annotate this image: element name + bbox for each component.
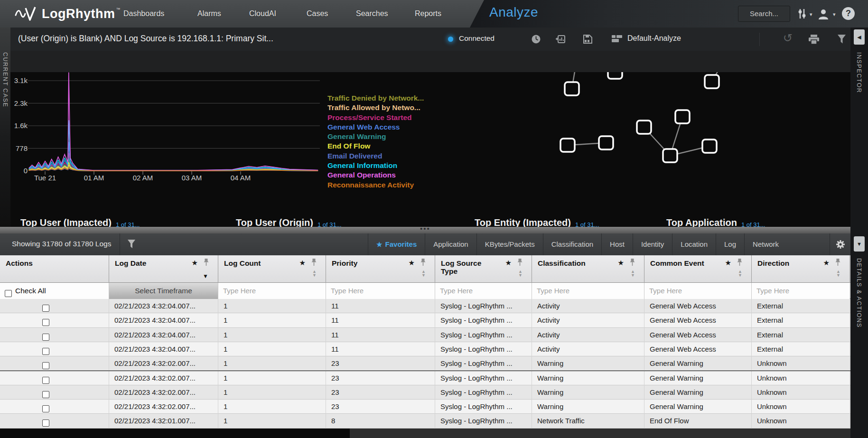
pin-column-icon[interactable] [629, 258, 635, 269]
preferences-caret-icon[interactable]: ▾ [810, 11, 812, 18]
help-icon[interactable]: ? [842, 7, 855, 20]
graph-node[interactable] [565, 82, 579, 95]
graph-node[interactable] [705, 75, 719, 88]
widget-count-link[interactable]: 1 of 31... [741, 221, 765, 227]
legend-item[interactable]: General Warning [327, 132, 424, 141]
add-widget-icon[interactable] [555, 34, 566, 46]
filter-placeholder[interactable]: Type Here [644, 283, 751, 298]
legend-item[interactable]: Process/Service Started [327, 113, 424, 122]
table-row[interactable]: 02/21/2023 4:32:02.007...123Syslog - Log… [0, 356, 850, 371]
nav-item-cases[interactable]: Cases [307, 0, 328, 28]
row-checkbox[interactable] [42, 334, 49, 341]
legend-item[interactable]: Traffic Denied by Network... [327, 93, 424, 103]
grid-tab-kbytes-packets[interactable]: KBytes/Packets [476, 233, 543, 255]
user-caret-icon[interactable]: ▾ [833, 11, 836, 18]
sort-toggle-icon[interactable]: ▲▼ [738, 270, 742, 277]
collapse-details-button[interactable]: ▼ [854, 236, 865, 252]
check-all-checkbox[interactable] [5, 290, 12, 297]
column-header-classification[interactable]: Classification★▲▼ [532, 255, 644, 283]
row-checkbox[interactable] [42, 391, 49, 398]
filter-placeholder[interactable]: Type Here [326, 283, 435, 298]
widget-count-link[interactable]: 1 of 31... [575, 221, 599, 227]
column-header-direction[interactable]: Direction★▲▼ [752, 255, 850, 283]
preferences-sliders-icon[interactable] [797, 8, 807, 21]
table-row[interactable]: 02/21/2023 4:32:04.007...111Syslog - Log… [0, 299, 850, 313]
select-timeframe-button[interactable]: Select Timeframe [109, 283, 218, 299]
collapse-inspector-button[interactable]: ◀ [854, 29, 865, 45]
favorite-column-star-icon[interactable]: ★ [505, 259, 512, 267]
sort-toggle-icon[interactable]: ▲▼ [518, 270, 523, 277]
widget-count-link[interactable]: 1 of 31... [317, 221, 342, 227]
nav-item-cloudai[interactable]: CloudAI [249, 0, 276, 28]
layout-name-label[interactable]: Default-Analyze [627, 34, 681, 43]
legend-item[interactable]: General Operations [327, 170, 424, 180]
legend-item[interactable]: General Web Access [327, 122, 424, 132]
grid-tab-classification[interactable]: Classification [543, 233, 601, 255]
row-checkbox[interactable] [42, 419, 49, 427]
sort-descending-icon[interactable]: ▼ [203, 273, 208, 280]
column-header-actions[interactable]: Actions [0, 255, 109, 283]
table-row[interactable]: 02/21/2023 4:32:02.007...123Syslog - Log… [0, 385, 850, 400]
favorite-column-star-icon[interactable]: ★ [823, 259, 830, 267]
grid-tab-identity[interactable]: Identity [633, 233, 672, 255]
row-checkbox[interactable] [42, 305, 49, 312]
nav-item-reports[interactable]: Reports [415, 0, 441, 28]
graph-node[interactable] [560, 139, 575, 152]
table-row[interactable]: 02/21/2023 4:32:01.007...18Syslog - LogR… [0, 414, 850, 428]
legend-item[interactable]: End Of Flow [327, 141, 424, 151]
legend-item[interactable]: General Information [327, 161, 424, 170]
grid-filter-icon[interactable] [127, 239, 136, 251]
horizontal-scrollbar-thumb[interactable] [0, 429, 350, 438]
table-row[interactable]: 02/21/2023 4:32:02.007...123Syslog - Log… [0, 400, 850, 414]
graph-node[interactable] [599, 136, 613, 149]
grid-tab-network[interactable]: Network [744, 233, 787, 255]
filter-placeholder[interactable]: Type Here [218, 283, 326, 298]
sort-toggle-icon[interactable]: ▲▼ [836, 270, 840, 277]
table-row[interactable]: 02/21/2023 4:32:02.007...123Syslog - Log… [0, 371, 850, 385]
table-row[interactable]: 02/21/2023 4:32:04.007...111Syslog - Log… [0, 328, 850, 342]
time-range-icon[interactable] [531, 34, 541, 46]
grid-tab-host[interactable]: Host [601, 233, 633, 255]
grid-tab-favorites[interactable]: ★Favorites [368, 233, 425, 255]
panel-resizer[interactable]: ••• [0, 227, 850, 233]
pin-column-icon[interactable] [737, 258, 743, 269]
legend-item[interactable]: Reconnaissance Activity [327, 180, 424, 190]
column-header-log-source-type[interactable]: Log Source Type★▲▼ [435, 255, 532, 283]
graph-node[interactable] [663, 149, 677, 162]
favorite-column-star-icon[interactable]: ★ [725, 259, 731, 267]
column-header-priority[interactable]: Priority★▲▼ [326, 255, 435, 283]
search-button[interactable]: Search... [738, 6, 790, 22]
filter-icon[interactable] [837, 34, 846, 46]
column-header-log-date[interactable]: Log Date★▼ [109, 255, 218, 283]
favorite-column-star-icon[interactable]: ★ [299, 259, 306, 267]
pin-column-icon[interactable] [835, 258, 841, 269]
row-checkbox[interactable] [42, 377, 49, 384]
filter-placeholder[interactable]: Type Here [532, 283, 644, 298]
grid-tab-application[interactable]: Application [425, 233, 476, 255]
row-checkbox[interactable] [42, 362, 49, 369]
filter-placeholder[interactable]: Type Here [752, 283, 849, 298]
pin-column-icon[interactable] [311, 258, 317, 269]
resizer-grip-icon[interactable]: ••• [415, 224, 436, 233]
pin-column-icon[interactable] [203, 258, 209, 269]
nav-item-searches[interactable]: Searches [356, 0, 388, 28]
pin-column-icon[interactable] [517, 258, 523, 269]
favorite-column-star-icon[interactable]: ★ [192, 259, 198, 267]
graph-node[interactable] [637, 121, 651, 134]
filter-placeholder[interactable]: Type Here [435, 283, 532, 298]
tab-analyze[interactable]: Analyze [489, 5, 538, 20]
legend-item[interactable]: Traffic Allowed by Netwo... [327, 103, 424, 112]
legend-item[interactable]: Email Delivered [327, 151, 424, 161]
graph-node[interactable] [675, 110, 690, 123]
print-icon[interactable] [808, 34, 820, 47]
layout-picker-icon[interactable] [611, 34, 624, 46]
horizontal-scrollbar[interactable] [0, 429, 850, 438]
grid-settings-gear-icon[interactable] [830, 233, 850, 255]
row-checkbox[interactable] [42, 405, 49, 412]
user-menu-icon[interactable] [817, 8, 830, 22]
widget-count-link[interactable]: 1 of 31... [116, 221, 140, 227]
grid-tab-log[interactable]: Log [716, 233, 744, 255]
sort-toggle-icon[interactable]: ▲▼ [631, 270, 635, 277]
sort-toggle-icon[interactable]: ▲▼ [421, 270, 426, 277]
favorite-column-star-icon[interactable]: ★ [409, 259, 415, 267]
